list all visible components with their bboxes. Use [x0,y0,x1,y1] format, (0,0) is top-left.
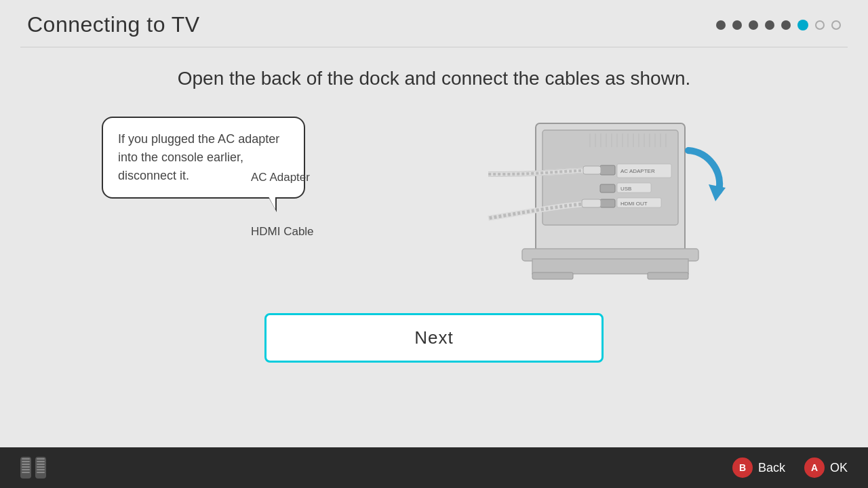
svg-rect-24 [600,184,615,192]
dot-1 [716,20,726,30]
dot-8 [831,20,841,30]
ok-label: OK [830,461,848,475]
svg-rect-41 [37,458,45,460]
a-button-icon: A [804,458,825,478]
svg-rect-46 [37,472,45,473]
svg-rect-23 [600,165,615,175]
back-button-footer[interactable]: B Back [732,458,785,478]
svg-text:HDMI OUT: HDMI OUT [620,201,648,207]
b-button-icon: B [732,458,753,478]
illustration-area: If you plugged the AC adapter into the c… [41,110,827,300]
main-content: Open the back of the dock and connect th… [0,47,868,376]
back-label: Back [758,461,785,475]
svg-rect-31 [648,272,688,279]
svg-text:USB: USB [620,186,631,192]
svg-rect-30 [532,272,573,279]
svg-rect-26 [583,166,601,174]
dot-7 [815,20,825,30]
svg-rect-27 [582,199,601,207]
footer: B Back A OK [0,447,868,488]
step-dots [716,20,841,30]
next-button-container: Next [264,313,604,363]
next-button[interactable]: Next [264,313,604,363]
ac-adapter-label: AC Adapter [251,171,314,184]
cable-labels: AC Adapter HDMI Cable [251,171,314,279]
footer-right: B Back A OK [732,458,848,478]
dot-5 [781,20,791,30]
svg-rect-36 [22,464,30,465]
instruction-text: Open the back of the dock and connect th… [178,68,691,89]
svg-rect-38 [22,469,30,470]
dot-6-active [797,20,808,30]
svg-rect-29 [532,259,688,274]
svg-rect-35 [22,461,30,462]
svg-rect-39 [22,472,30,473]
hdmi-cable-label: HDMI Cable [251,225,314,239]
page-title: Connecting to TV [27,12,200,37]
dot-4 [765,20,774,30]
dot-3 [749,20,758,30]
svg-rect-43 [37,464,45,465]
dock-illustration: AC ADAPTER USB HDMI OUT [475,110,760,293]
svg-rect-37 [22,466,30,468]
header: Connecting to TV [0,0,868,47]
footer-left [20,455,50,480]
dot-2 [732,20,742,30]
ok-button-footer[interactable]: A OK [804,458,848,478]
svg-rect-42 [37,461,45,462]
svg-marker-32 [709,184,726,201]
dock-svg: AC ADAPTER USB HDMI OUT [475,110,732,286]
svg-rect-44 [37,466,45,468]
svg-rect-45 [37,469,45,470]
svg-text:AC ADAPTER: AC ADAPTER [620,168,655,174]
joycon-icon [20,455,50,480]
svg-rect-34 [22,458,30,460]
svg-rect-25 [600,199,615,207]
